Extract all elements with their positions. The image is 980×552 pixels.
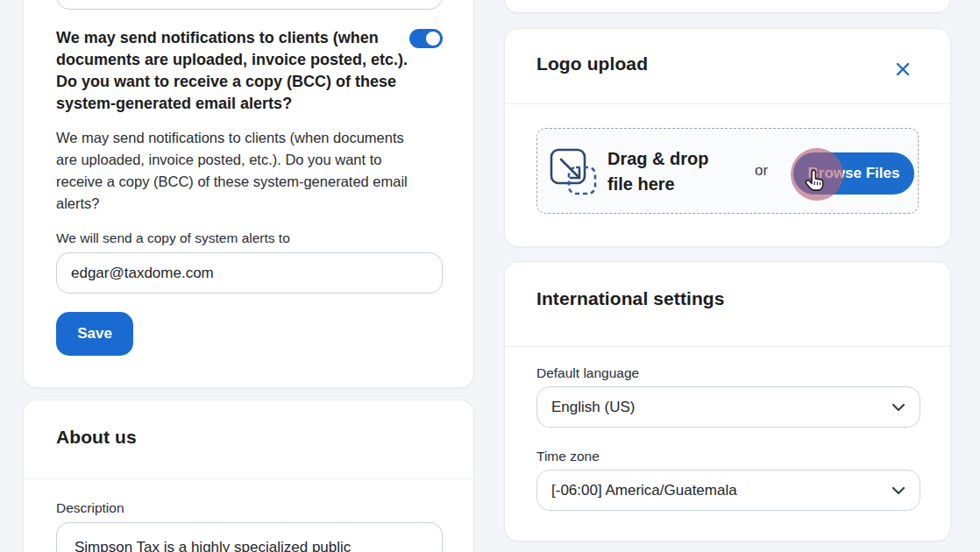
logo-upload-title: Logo upload: [536, 53, 648, 74]
chevron-down-icon: [891, 482, 905, 499]
logo-upload-card: Logo upload Drag & drop file here or Bro…: [504, 28, 951, 247]
notification-question-heading: We may send notifications to clients (wh…: [56, 27, 412, 115]
close-icon[interactable]: [894, 60, 912, 78]
logo-dropzone[interactable]: Drag & drop file here or Browse Files: [536, 128, 919, 214]
toggle-knob: [426, 32, 440, 46]
or-label: or: [755, 162, 768, 180]
about-divider: [24, 478, 473, 479]
notification-settings-card: We may send notifications to clients (wh…: [23, 0, 474, 388]
system-alerts-email-label: We will send a copy of system alerts to: [56, 230, 290, 246]
description-value: Simpson Tax is a highly specialized publ…: [75, 539, 351, 552]
timezone-value: [-06:00] America/Guatemala: [551, 482, 737, 499]
drag-drop-label: Drag & drop file here: [607, 146, 730, 197]
description-label: Description: [56, 500, 124, 516]
time-zone-select[interactable]: [-06:00] America/Guatemala: [536, 470, 920, 511]
time-zone-label: Time zone: [536, 449, 600, 464]
logo-divider: [505, 103, 950, 104]
language-value: English (US): [551, 399, 635, 416]
cropped-top-input[interactable]: [56, 0, 443, 10]
chevron-down-icon: [891, 399, 905, 416]
international-settings-card: International settings Default language …: [504, 261, 951, 541]
cropped-top-card: [504, 0, 951, 13]
email-input-value: edgar@taxdome.com: [71, 265, 214, 282]
bcc-toggle[interactable]: [409, 29, 443, 48]
default-language-select[interactable]: English (US): [536, 386, 920, 428]
notification-description-text: We may send notifications to clients (wh…: [56, 127, 417, 215]
about-us-card: About us Description Simpson Tax is a hi…: [23, 400, 474, 552]
drag-drop-icon: [548, 146, 599, 201]
system-alerts-email-input[interactable]: edgar@taxdome.com: [56, 252, 443, 294]
international-settings-title: International settings: [536, 288, 725, 309]
about-us-title: About us: [56, 427, 137, 448]
save-button[interactable]: Save: [56, 312, 133, 356]
browse-files-button[interactable]: Browse Files: [793, 152, 914, 195]
intl-divider: [505, 346, 950, 347]
description-textarea[interactable]: Simpson Tax is a highly specialized publ…: [56, 522, 443, 552]
default-language-label: Default language: [536, 365, 639, 381]
